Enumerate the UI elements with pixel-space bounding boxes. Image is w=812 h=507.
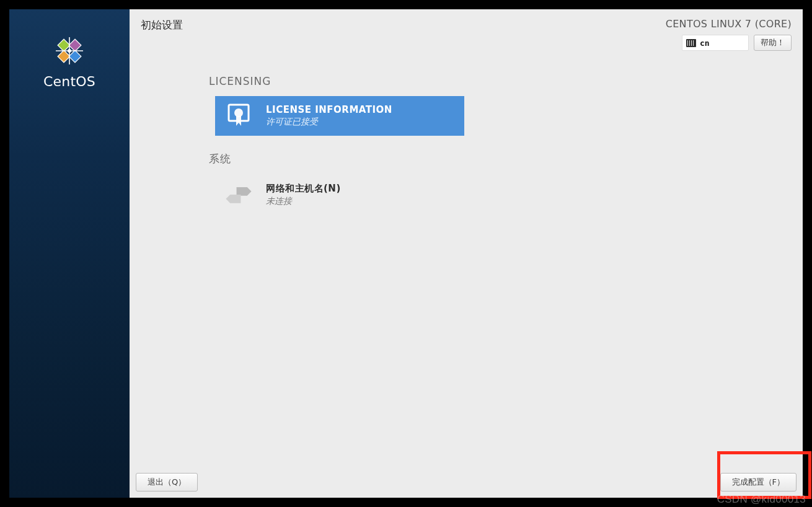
page-title: 初始设置: [141, 18, 183, 53]
sidebar: CentOS: [9, 9, 130, 498]
centos-logo-icon: [53, 34, 86, 68]
keyboard-icon: [686, 39, 696, 47]
section-heading-system: 系统: [209, 152, 803, 166]
branding: CentOS: [43, 34, 95, 89]
section-heading-licensing: LICENSING: [209, 75, 803, 87]
license-spoke-title: LICENSE INFORMATION: [266, 104, 392, 115]
header-right: CENTOS LINUX 7 (CORE) cn 帮助！: [666, 18, 792, 53]
license-information-spoke[interactable]: LICENSE INFORMATION 许可证已接受: [215, 96, 464, 136]
help-button[interactable]: 帮助！: [754, 35, 792, 51]
network-spoke-status: 未连接: [266, 196, 341, 207]
header-controls: cn 帮助！: [682, 35, 792, 51]
footer: 退出（Q） 完成配置（F）: [136, 473, 797, 492]
svg-point-8: [234, 108, 243, 117]
os-label: CENTOS LINUX 7 (CORE): [666, 18, 792, 30]
finish-configuration-button[interactable]: 完成配置（F）: [720, 473, 797, 492]
brand-name: CentOS: [43, 74, 95, 89]
license-spoke-status: 许可证已接受: [266, 117, 392, 128]
network-spoke-text: 网络和主机名(N) 未连接: [266, 183, 341, 207]
main-panel: 初始设置 CENTOS LINUX 7 (CORE) cn 帮助！ LICENS…: [130, 9, 803, 498]
network-spoke-title: 网络和主机名(N): [266, 183, 341, 195]
quit-button[interactable]: 退出（Q）: [136, 473, 198, 492]
keyboard-layout-code: cn: [700, 38, 710, 48]
keyboard-layout-indicator[interactable]: cn: [682, 35, 749, 51]
header: 初始设置 CENTOS LINUX 7 (CORE) cn 帮助！: [130, 9, 803, 53]
content-area: LICENSING LICENSE INFORMATION 许可证已接受 系统: [130, 53, 803, 498]
network-hostname-spoke[interactable]: 网络和主机名(N) 未连接: [215, 175, 464, 214]
license-spoke-text: LICENSE INFORMATION 许可证已接受: [266, 104, 392, 128]
svg-point-6: [68, 49, 71, 53]
network-icon: [224, 180, 254, 209]
app-frame: CentOS 初始设置 CENTOS LINUX 7 (CORE) cn 帮助！…: [9, 9, 803, 498]
license-icon: [224, 101, 254, 131]
